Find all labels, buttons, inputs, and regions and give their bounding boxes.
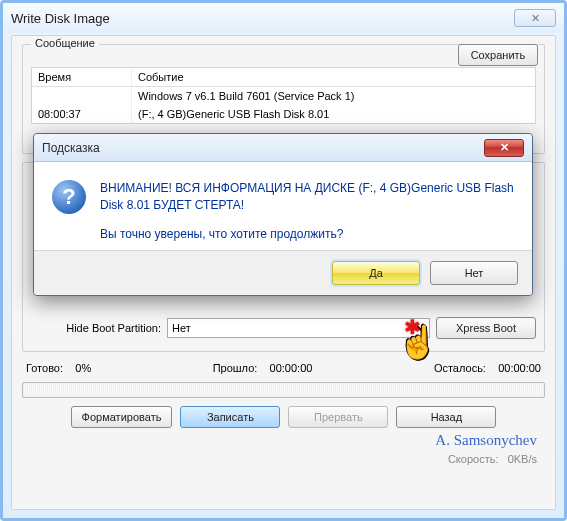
abort-button[interactable]: Прервать	[288, 406, 388, 428]
close-icon: ✕	[500, 141, 509, 154]
action-button-row: Форматировать Записать Прервать Назад	[22, 406, 545, 428]
titlebar: Write Disk Image ✕	[3, 3, 564, 33]
dialog-warning-text: ВНИМАНИЕ! ВСЯ ИНФОРМАЦИЯ НА ДИСКЕ (F:, 4…	[100, 180, 514, 214]
message-group-label: Сообщение	[31, 37, 99, 49]
write-button[interactable]: Записать	[180, 406, 280, 428]
confirm-dialog: Подсказка ✕ ? ВНИМАНИЕ! ВСЯ ИНФОРМАЦИЯ Н…	[33, 133, 533, 296]
no-button[interactable]: Нет	[430, 261, 518, 285]
dialog-title: Подсказка	[42, 141, 484, 155]
signature: A. Samsonychev	[435, 432, 537, 449]
yes-button[interactable]: Да	[332, 261, 420, 285]
col-time-header: Время	[32, 68, 132, 86]
save-log-button[interactable]: Сохранить	[458, 44, 538, 66]
question-icon: ?	[52, 180, 86, 214]
dialog-body: ? ВНИМАНИЕ! ВСЯ ИНФОРМАЦИЯ НА ДИСКЕ (F:,…	[34, 162, 532, 250]
dialog-titlebar: Подсказка ✕	[34, 134, 532, 162]
progress-bar-row	[22, 382, 545, 398]
ready-value: 0%	[75, 362, 91, 374]
cell-event: Windows 7 v6.1 Build 7601 (Service Pack …	[132, 87, 535, 105]
dialog-button-row: Да Нет	[34, 250, 532, 295]
window-title: Write Disk Image	[11, 11, 514, 26]
xpress-boot-button[interactable]: Xpress Boot	[436, 317, 536, 339]
remain-value: 00:00:00	[498, 362, 541, 374]
speed-value: 0KB/s	[508, 453, 537, 465]
table-row: 08:00:37 (F:, 4 GB)Generic USB Flash Dis…	[32, 105, 535, 123]
ready-label: Готово:	[26, 362, 63, 374]
hide-boot-label: Hide Boot Partition:	[31, 322, 161, 334]
elapsed-value: 00:00:00	[270, 362, 313, 374]
cell-time: 08:00:37	[32, 105, 132, 123]
back-button[interactable]: Назад	[396, 406, 496, 428]
table-header: Время Событие	[32, 68, 535, 87]
hide-boot-row: Hide Boot Partition: Нет Xpress Boot	[31, 317, 536, 339]
speed-row: Скорость: 0KB/s	[448, 453, 537, 465]
cell-event: (F:, 4 GB)Generic USB Flash Disk 8.01	[132, 105, 535, 123]
window-close-button[interactable]: ✕	[514, 9, 556, 27]
event-log-table: Время Событие Windows 7 v6.1 Build 7601 …	[31, 67, 536, 124]
remain-label: Осталось:	[434, 362, 486, 374]
progress-status-row: Готово: 0% Прошло: 00:00:00 Осталось: 00…	[22, 360, 545, 376]
col-event-header: Событие	[132, 68, 535, 86]
speed-label: Скорость:	[448, 453, 499, 465]
format-button[interactable]: Форматировать	[71, 406, 173, 428]
dialog-close-button[interactable]: ✕	[484, 139, 524, 157]
elapsed-label: Прошло:	[213, 362, 258, 374]
dialog-confirm-text: Вы точно уверены, что хотите продолжить?	[100, 226, 514, 243]
cell-time	[32, 87, 132, 105]
progress-bar	[22, 382, 545, 398]
close-icon: ✕	[531, 12, 540, 25]
hide-boot-select[interactable]: Нет	[167, 318, 430, 338]
table-row: Windows 7 v6.1 Build 7601 (Service Pack …	[32, 87, 535, 105]
